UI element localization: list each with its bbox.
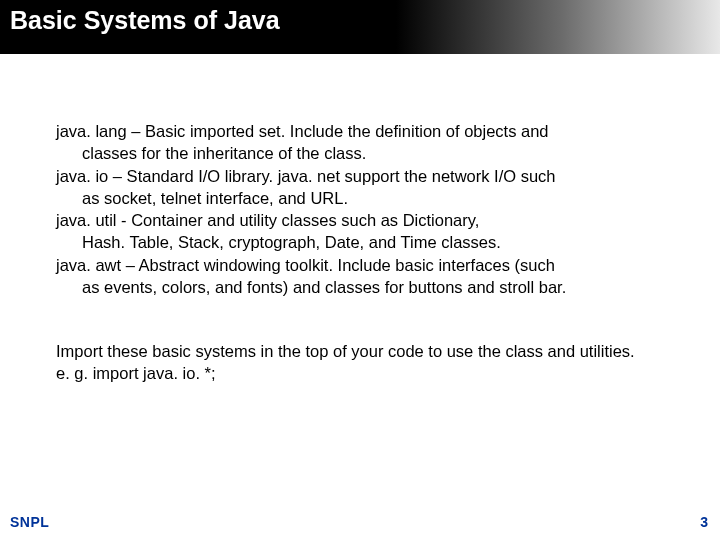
slide-number: 3	[700, 514, 708, 530]
bullet-text-continuation: Hash. Table, Stack, cryptograph, Date, a…	[56, 231, 670, 253]
bullet-java-util: java. util - Container and utility class…	[56, 209, 670, 254]
summary-line-1: Import these basic systems in the top of…	[56, 340, 670, 362]
slide-title: Basic Systems of Java	[10, 6, 710, 35]
summary-line-2: e. g. import java. io. *;	[56, 362, 670, 384]
bullet-text-continuation: as events, colors, and fonts) and classe…	[56, 276, 670, 298]
bullet-text-continuation: as socket, telnet interface, and URL.	[56, 187, 670, 209]
bullet-text: java. lang – Basic imported set. Include…	[56, 120, 670, 142]
bullet-text: java. util - Container and utility class…	[56, 209, 670, 231]
footer-brand: SNPL	[10, 514, 49, 530]
summary-paragraph: Import these basic systems in the top of…	[56, 340, 670, 385]
bullet-java-awt: java. awt – Abstract windowing toolkit. …	[56, 254, 670, 299]
slide-body: java. lang – Basic imported set. Include…	[56, 120, 670, 385]
bullet-text: java. io – Standard I/O library. java. n…	[56, 165, 670, 187]
bullet-java-io: java. io – Standard I/O library. java. n…	[56, 165, 670, 210]
bullet-text-continuation: classes for the inheritance of the class…	[56, 142, 670, 164]
bullet-text: java. awt – Abstract windowing toolkit. …	[56, 254, 670, 276]
bullet-java-lang: java. lang – Basic imported set. Include…	[56, 120, 670, 165]
title-bar: Basic Systems of Java	[0, 0, 720, 54]
